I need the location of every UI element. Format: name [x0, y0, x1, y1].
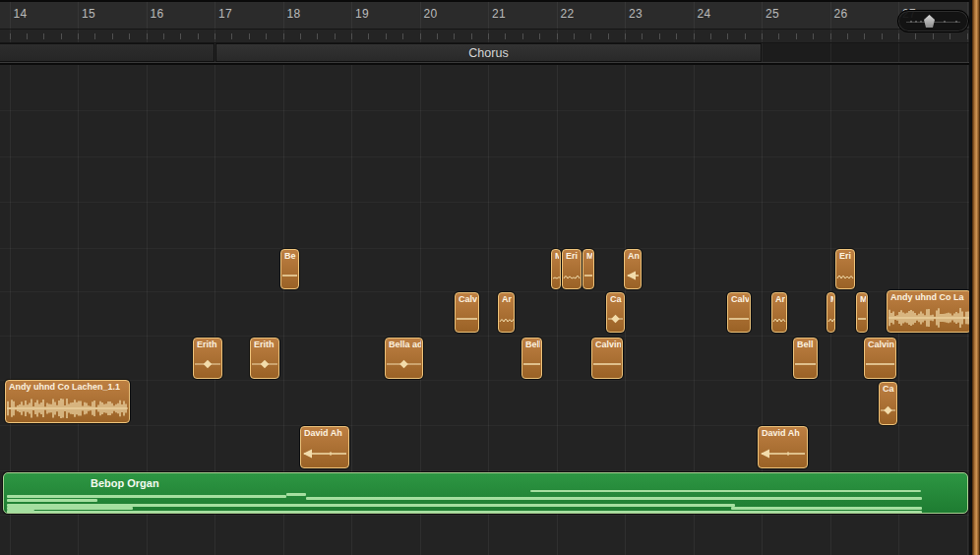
midi-region-name-label: Bebop Organ [91, 477, 159, 489]
waveform [301, 427, 349, 468]
audio-region[interactable]: M [582, 249, 594, 289]
beat-tick [710, 33, 711, 39]
bar-number-label: 24 [698, 7, 711, 21]
audio-region[interactable]: Bell [521, 338, 542, 379]
audio-region[interactable]: M [551, 249, 561, 289]
waveform [888, 291, 971, 333]
beat-tick [10, 33, 11, 39]
header-divider [0, 29, 980, 30]
beat-tick [43, 33, 44, 39]
beat-tick [112, 33, 113, 39]
track-row-divider [0, 202, 970, 203]
beat-tick [249, 33, 250, 39]
waveform [583, 250, 594, 289]
audio-region[interactable]: Ca [879, 382, 897, 425]
audio-region[interactable]: Bella ad [385, 338, 423, 379]
audio-region[interactable]: Andy uhnd Co Lachen_1.1 [5, 380, 130, 423]
audio-region[interactable]: Erith [193, 338, 222, 379]
bar-number-label: 20 [424, 7, 438, 21]
beat-tick [557, 33, 558, 39]
beat-tick [676, 33, 677, 39]
waveform [857, 293, 868, 333]
beat-tick [949, 33, 950, 39]
track-row-divider [0, 156, 970, 157]
chorus-marker-label: Chorus [468, 46, 508, 60]
bar-number-label: 23 [629, 7, 643, 21]
track-row-divider [0, 380, 970, 381]
track-row-divider [0, 425, 970, 426]
beat-tick [727, 33, 728, 39]
arrangement-marker-chorus[interactable]: Chorus [215, 43, 762, 62]
beat-tick [283, 33, 284, 39]
audio-region[interactable]: Calv [455, 292, 479, 333]
beat-tick [694, 33, 695, 39]
beat-tick [351, 33, 352, 39]
audio-region[interactable]: Ar [498, 292, 515, 333]
bar-number-label: 17 [218, 7, 232, 21]
beat-tick [898, 33, 899, 39]
track-row-divider [0, 110, 970, 111]
beat-tick [266, 33, 267, 39]
beat-tick [915, 33, 916, 39]
audio-region[interactable]: Andy uhnd Co La [887, 290, 971, 333]
bar-number-label: 14 [14, 7, 28, 21]
audio-region[interactable]: Calvin [864, 338, 896, 379]
audio-region[interactable]: Calv [727, 292, 751, 333]
track-row-divider [0, 248, 970, 249]
beat-tick [762, 33, 763, 39]
audio-region[interactable]: Bell [793, 338, 818, 379]
waveform [456, 293, 479, 333]
bar-number-label: 16 [151, 7, 164, 21]
audio-region[interactable]: Calvin [591, 338, 623, 379]
beat-tick [505, 33, 506, 39]
bar-number-label: 19 [355, 7, 369, 21]
track-row-divider [0, 336, 970, 337]
waveform [625, 250, 642, 289]
audio-region[interactable]: David Ah [758, 426, 808, 468]
audio-region[interactable]: An [624, 249, 642, 289]
waveform [827, 293, 835, 333]
beat-tick [402, 33, 403, 39]
beat-tick [94, 33, 95, 39]
bar-number-label: 22 [561, 7, 575, 21]
beat-tick [335, 33, 336, 39]
beat-tick [420, 33, 421, 39]
audio-region[interactable]: Eri [562, 249, 582, 289]
waveform [499, 293, 515, 333]
beat-tick [933, 33, 934, 39]
waveform [281, 250, 299, 289]
beat-tick [625, 33, 626, 39]
audio-region[interactable]: M [856, 292, 868, 333]
beat-tick [471, 33, 472, 39]
arrangement-marker-pre[interactable] [0, 43, 214, 62]
waveform [386, 339, 423, 379]
midi-note [7, 499, 97, 502]
waveform [552, 250, 561, 289]
audio-region[interactable]: Ar [771, 292, 787, 333]
beat-tick [847, 33, 848, 39]
waveform [759, 427, 808, 468]
beat-tick [317, 33, 318, 39]
vertical-scrollbar[interactable] [972, 0, 980, 555]
waveform [836, 250, 855, 289]
waveform [728, 293, 751, 333]
zoom-slider-tick [915, 21, 917, 23]
audio-region[interactable]: David Ah [300, 426, 349, 468]
beat-tick [574, 33, 575, 39]
track-row-divider [0, 470, 970, 471]
audio-region[interactable]: Erith [250, 338, 279, 379]
header-divider [0, 42, 980, 43]
midi-region-bebop-organ[interactable]: Bebop Organ [3, 472, 968, 514]
zoom-slider[interactable] [897, 10, 969, 32]
audio-region[interactable]: Be [280, 249, 299, 289]
bar-number-label: 18 [287, 7, 301, 21]
beat-tick [180, 33, 181, 39]
beat-tick [796, 33, 797, 39]
waveform [251, 339, 279, 379]
audio-region[interactable]: Eri [835, 249, 855, 289]
waveform [522, 339, 542, 379]
zoom-slider-thumb[interactable] [924, 15, 935, 28]
audio-region[interactable]: M [827, 292, 835, 333]
audio-region[interactable]: Ca [606, 292, 625, 333]
beat-tick [813, 33, 814, 39]
